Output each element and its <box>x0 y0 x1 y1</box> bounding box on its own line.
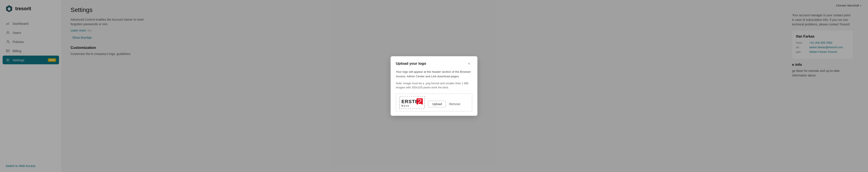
modal-close-button[interactable]: × <box>466 61 472 67</box>
modal-description: Your logo will appear at the header sect… <box>396 70 472 79</box>
modal-header: Upload your logo × <box>391 56 477 70</box>
upload-button[interactable]: Upload <box>428 101 446 107</box>
svg-text:ERSTE: ERSTE <box>401 99 418 104</box>
logo-preview-image: ERSTE Bank <box>399 96 425 109</box>
upload-logo-modal: Upload your logo × Your logo will appear… <box>391 56 477 116</box>
logo-preview-area: ERSTE Bank <box>396 94 472 111</box>
modal-overlay[interactable]: Upload your logo × Your logo will appear… <box>0 0 868 172</box>
modal-title: Upload your logo <box>396 61 426 66</box>
modal-note: Note: image must be a .png format and sm… <box>396 81 472 90</box>
modal-actions: Upload Remove <box>428 101 461 107</box>
svg-rect-14 <box>416 98 423 105</box>
modal-body: Your logo will appear at the header sect… <box>391 70 477 116</box>
svg-text:Bank: Bank <box>401 105 409 107</box>
remove-button[interactable]: Remove <box>448 101 461 107</box>
erste-bank-logo: ERSTE Bank <box>400 97 424 108</box>
